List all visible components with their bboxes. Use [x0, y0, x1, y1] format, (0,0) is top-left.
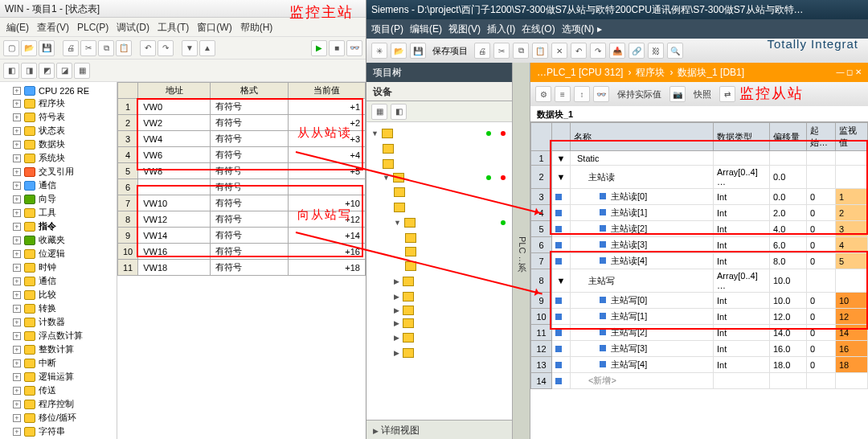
menu-item[interactable]: 视图(V) — [448, 19, 481, 39]
tree-node[interactable]: 添… — [368, 230, 510, 245]
tree-node[interactable]: +移位/循环 — [2, 411, 115, 425]
menu-item[interactable]: 工具(T) — [154, 18, 192, 36]
tree-node[interactable]: +符号表 — [2, 110, 115, 124]
tree-node[interactable]: ▶PLC … — [368, 317, 510, 330]
menu-item[interactable]: 在线(O) — [522, 19, 555, 39]
save-icon[interactable]: 💾 — [410, 43, 426, 59]
redo-icon[interactable]: ↷ — [158, 40, 174, 56]
tree-node[interactable]: +通信 — [2, 178, 115, 192]
table-row[interactable]: 5主站读[2]Int4.003 — [531, 221, 868, 237]
print-icon[interactable]: 🖨 — [63, 40, 79, 56]
menu-item[interactable]: 选项(N) ▸ — [562, 19, 602, 39]
tree-node[interactable]: ▶监控… — [368, 330, 510, 345]
table-row[interactable]: 7主站读[4]Int8.005 — [531, 253, 868, 269]
tree-node[interactable]: +浮点数计算 — [2, 329, 115, 343]
tree-node[interactable]: 在线… — [368, 199, 510, 215]
tree-node[interactable]: +时钟 — [2, 261, 115, 274]
tree-node[interactable]: +工具 — [2, 206, 115, 220]
table-row[interactable]: 13主站写[4]Int18.0018 — [531, 357, 868, 373]
go-online-icon[interactable]: 🔗 — [628, 43, 645, 59]
tree-node[interactable]: 设备和… — [368, 156, 510, 171]
table-row[interactable]: 8▼主站写Array[0..4] …10.0 — [531, 269, 868, 293]
go-offline-icon[interactable]: ⛓ — [648, 43, 664, 59]
table-row[interactable]: 1▼Static — [531, 151, 868, 166]
stop-icon[interactable]: ■ — [329, 40, 345, 56]
monitor-icon[interactable]: 👓 — [593, 86, 609, 102]
tool-icon[interactable]: ≡ — [555, 86, 571, 102]
table-row[interactable]: 10主站写[1]Int12.0012 — [531, 309, 868, 325]
device-tab[interactable]: 设备 — [366, 82, 512, 101]
tree-node[interactable]: +状态表 — [2, 124, 115, 137]
snapshot-icon[interactable]: 📷 — [669, 86, 686, 102]
search-icon[interactable]: 🔍 — [667, 43, 683, 59]
cut-icon[interactable]: ✂ — [80, 40, 96, 56]
table-row[interactable]: 11VW18有符号+18 — [118, 260, 366, 276]
plc-side-tab[interactable]: PLC 系… — [513, 63, 530, 439]
tool-icon[interactable]: ▦ — [74, 63, 90, 79]
tool-icon[interactable]: ⚙ — [535, 86, 551, 102]
tree-node[interactable]: ▼S7-300做S7... — [368, 125, 510, 141]
snapshot-btn[interactable]: 快照 — [689, 88, 716, 101]
table-row[interactable]: 10VW16有符号+16 — [118, 244, 366, 260]
menu-item[interactable]: 查看(V) — [34, 18, 72, 36]
upload-icon[interactable]: ▲ — [199, 40, 215, 56]
tree-node[interactable]: +中断 — [2, 356, 115, 370]
paste-icon[interactable]: 📋 — [532, 43, 548, 59]
undo-icon[interactable]: ↶ — [571, 43, 587, 59]
tree-node[interactable]: ▶外部… — [368, 289, 510, 304]
print-icon[interactable]: 🖨 — [474, 43, 490, 59]
tree-node[interactable]: +计数器 — [2, 315, 115, 329]
undo-icon[interactable]: ↶ — [140, 40, 156, 56]
menu-item[interactable]: 编辑(E) — [410, 19, 442, 39]
tree-node[interactable]: +系统块 — [2, 151, 115, 165]
new-icon[interactable]: ▢ — [3, 40, 19, 56]
menu-item[interactable]: 窗口(W) — [194, 18, 235, 36]
tree-node[interactable]: ▼程序块 — [368, 215, 510, 230]
tool-icon[interactable]: ◪ — [56, 63, 72, 79]
delete-icon[interactable]: ✕ — [551, 43, 567, 59]
tree-node[interactable]: ▼PLC_1 [C… — [368, 171, 510, 184]
table-row[interactable]: 9主站写[0]Int10.0010 — [531, 293, 868, 309]
tree-node[interactable]: +比较 — [2, 288, 115, 302]
paste-icon[interactable]: 📋 — [116, 40, 132, 56]
tree-node[interactable]: +向导 — [2, 192, 115, 206]
open-icon[interactable]: 📂 — [21, 40, 37, 56]
table-row[interactable]: 6有符号 — [118, 179, 366, 195]
tree-node[interactable]: +位逻辑 — [2, 247, 115, 261]
menu-item[interactable]: 调试(D) — [113, 18, 153, 36]
project-tree[interactable]: +CPU 226 RE+程序块+符号表+状态表+数据块+系统块+交叉引用+通信+… — [0, 82, 117, 439]
tree-node[interactable]: +传送 — [2, 384, 115, 397]
tree-node[interactable]: +逻辑运算 — [2, 370, 115, 384]
project-tree[interactable]: ▼S7-300做S7...添加新…设备和…▼PLC_1 [C…设备…在线…▼程序… — [366, 122, 512, 420]
tree-node[interactable]: +程序块 — [2, 96, 115, 110]
tool-icon[interactable]: ◨ — [21, 63, 37, 79]
tree-node[interactable]: +整数计算 — [2, 343, 115, 356]
run-icon[interactable]: ▶ — [311, 40, 327, 56]
monitor-icon[interactable]: 👓 — [346, 40, 362, 56]
tree-node[interactable]: ▶PLC … — [368, 304, 510, 317]
tree-node[interactable]: +字符串 — [2, 425, 115, 438]
redo-icon[interactable]: ↷ — [590, 43, 606, 59]
menu-item[interactable]: 项目(P) — [371, 19, 403, 39]
table-row[interactable]: 12主站写[3]Int16.0016 — [531, 341, 868, 357]
menu-item[interactable]: 插入(I) — [487, 19, 515, 39]
tool-icon[interactable]: ↕ — [574, 86, 590, 102]
table-row[interactable]: 11主站写[2]Int14.0014 — [531, 325, 868, 341]
tree-tool-icon[interactable]: ▦ — [371, 104, 387, 120]
tree-node[interactable]: +数据块 — [2, 137, 115, 151]
table-row[interactable]: 4主站读[1]Int2.002 — [531, 205, 868, 221]
new-proj-icon[interactable]: ✳ — [371, 43, 387, 59]
open-icon[interactable]: 📂 — [391, 43, 407, 59]
table-row[interactable]: 2▼主站读Array[0..4] …0.0 — [531, 166, 868, 189]
table-row[interactable]: 14<新增> — [531, 373, 868, 389]
cut-icon[interactable]: ✂ — [493, 43, 510, 59]
table-row[interactable]: 6主站读[3]Int6.004 — [531, 237, 868, 253]
tool-icon[interactable]: ◩ — [39, 63, 55, 79]
tree-node[interactable]: 数… — [368, 258, 510, 273]
tool-icon[interactable]: ◧ — [3, 63, 19, 79]
download-icon[interactable]: ▼ — [182, 40, 198, 56]
tree-node[interactable]: +CPU 226 RE — [2, 85, 115, 96]
tree-node[interactable]: +通信 — [2, 274, 115, 288]
tree-node[interactable]: +转换 — [2, 302, 115, 315]
tree-node[interactable]: +交叉引用 — [2, 165, 115, 178]
